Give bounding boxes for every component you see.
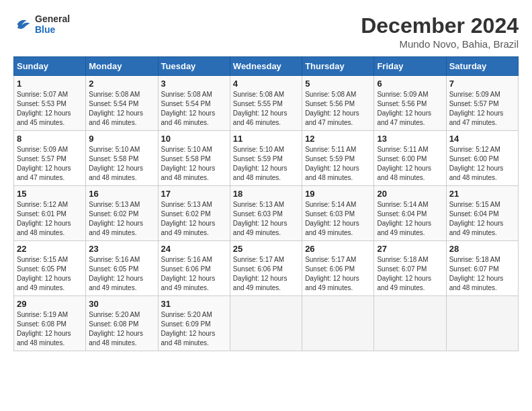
day-info: Sunrise: 5:15 AMSunset: 6:05 PMDaylight:…	[17, 255, 83, 293]
calendar-cell: 27 Sunrise: 5:18 AMSunset: 6:07 PMDaylig…	[374, 241, 446, 296]
calendar-cell	[230, 296, 302, 351]
calendar-cell: 8 Sunrise: 5:09 AMSunset: 5:57 PMDayligh…	[14, 131, 86, 186]
day-info: Sunrise: 5:14 AMSunset: 6:03 PMDaylight:…	[305, 200, 371, 238]
calendar-cell: 19 Sunrise: 5:14 AMSunset: 6:03 PMDaylig…	[302, 186, 374, 241]
day-info: Sunrise: 5:15 AMSunset: 6:04 PMDaylight:…	[449, 200, 515, 238]
calendar-cell: 13 Sunrise: 5:11 AMSunset: 6:00 PMDaylig…	[374, 131, 446, 186]
calendar-cell: 14 Sunrise: 5:12 AMSunset: 6:00 PMDaylig…	[446, 131, 518, 186]
day-number: 23	[89, 244, 154, 254]
calendar-cell: 5 Sunrise: 5:08 AMSunset: 5:56 PMDayligh…	[302, 76, 374, 131]
logo-text: General Blue	[35, 13, 70, 35]
day-info: Sunrise: 5:08 AMSunset: 5:56 PMDaylight:…	[305, 90, 371, 128]
calendar-week-1: 1 Sunrise: 5:07 AMSunset: 5:53 PMDayligh…	[14, 76, 519, 131]
calendar-cell: 2 Sunrise: 5:08 AMSunset: 5:54 PMDayligh…	[86, 76, 158, 131]
day-number: 25	[233, 244, 299, 254]
day-number: 21	[449, 189, 515, 199]
day-info: Sunrise: 5:18 AMSunset: 6:07 PMDaylight:…	[449, 255, 515, 293]
calendar-cell: 12 Sunrise: 5:11 AMSunset: 5:59 PMDaylig…	[302, 131, 374, 186]
month-title: December 2024	[361, 13, 519, 38]
calendar-cell: 7 Sunrise: 5:09 AMSunset: 5:57 PMDayligh…	[446, 76, 518, 131]
logo-general: General	[35, 13, 70, 24]
day-info: Sunrise: 5:16 AMSunset: 6:05 PMDaylight:…	[89, 255, 154, 293]
day-number: 30	[89, 299, 154, 309]
day-number: 4	[233, 79, 299, 89]
calendar-cell: 29 Sunrise: 5:19 AMSunset: 6:08 PMDaylig…	[14, 296, 86, 351]
calendar-cell	[374, 296, 446, 351]
calendar-table: SundayMondayTuesdayWednesdayThursdayFrid…	[13, 56, 519, 351]
day-info: Sunrise: 5:18 AMSunset: 6:07 PMDaylight:…	[377, 255, 443, 293]
weekday-header-tuesday: Tuesday	[158, 57, 230, 76]
day-info: Sunrise: 5:09 AMSunset: 5:57 PMDaylight:…	[17, 145, 83, 183]
day-number: 27	[377, 244, 443, 254]
logo-bird-icon	[13, 15, 32, 34]
day-info: Sunrise: 5:11 AMSunset: 6:00 PMDaylight:…	[377, 145, 443, 183]
logo: General Blue	[13, 13, 70, 35]
calendar-cell: 20 Sunrise: 5:14 AMSunset: 6:04 PMDaylig…	[374, 186, 446, 241]
day-number: 3	[161, 79, 227, 89]
calendar-cell: 15 Sunrise: 5:12 AMSunset: 6:01 PMDaylig…	[14, 186, 86, 241]
day-number: 14	[449, 134, 515, 144]
day-info: Sunrise: 5:13 AMSunset: 6:03 PMDaylight:…	[233, 200, 299, 238]
weekday-header-monday: Monday	[86, 57, 158, 76]
day-number: 5	[305, 79, 371, 89]
day-info: Sunrise: 5:08 AMSunset: 5:55 PMDaylight:…	[233, 90, 299, 128]
day-info: Sunrise: 5:09 AMSunset: 5:57 PMDaylight:…	[449, 90, 515, 128]
page-header: General Blue December 2024 Mundo Novo, B…	[13, 13, 519, 50]
day-info: Sunrise: 5:13 AMSunset: 6:02 PMDaylight:…	[89, 200, 154, 238]
calendar-cell: 22 Sunrise: 5:15 AMSunset: 6:05 PMDaylig…	[14, 241, 86, 296]
weekday-header-sunday: Sunday	[14, 57, 86, 76]
calendar-cell: 21 Sunrise: 5:15 AMSunset: 6:04 PMDaylig…	[446, 186, 518, 241]
day-number: 11	[233, 134, 299, 144]
day-number: 24	[161, 244, 227, 254]
calendar-cell: 18 Sunrise: 5:13 AMSunset: 6:03 PMDaylig…	[230, 186, 302, 241]
day-info: Sunrise: 5:07 AMSunset: 5:53 PMDaylight:…	[17, 90, 83, 128]
calendar-cell: 6 Sunrise: 5:09 AMSunset: 5:56 PMDayligh…	[374, 76, 446, 131]
day-number: 17	[161, 189, 227, 199]
day-info: Sunrise: 5:14 AMSunset: 6:04 PMDaylight:…	[377, 200, 443, 238]
day-info: Sunrise: 5:13 AMSunset: 6:02 PMDaylight:…	[161, 200, 227, 238]
calendar-cell: 3 Sunrise: 5:08 AMSunset: 5:54 PMDayligh…	[158, 76, 230, 131]
calendar-cell: 31 Sunrise: 5:20 AMSunset: 6:09 PMDaylig…	[158, 296, 230, 351]
calendar-cell: 9 Sunrise: 5:10 AMSunset: 5:58 PMDayligh…	[86, 131, 158, 186]
calendar-cell: 4 Sunrise: 5:08 AMSunset: 5:55 PMDayligh…	[230, 76, 302, 131]
calendar-week-5: 29 Sunrise: 5:19 AMSunset: 6:08 PMDaylig…	[14, 296, 519, 351]
day-number: 6	[377, 79, 443, 89]
weekday-header-friday: Friday	[374, 57, 446, 76]
day-info: Sunrise: 5:08 AMSunset: 5:54 PMDaylight:…	[89, 90, 154, 128]
day-number: 28	[449, 244, 515, 254]
day-number: 15	[17, 189, 83, 199]
day-info: Sunrise: 5:20 AMSunset: 6:09 PMDaylight:…	[161, 310, 227, 348]
weekday-header-row: SundayMondayTuesdayWednesdayThursdayFrid…	[14, 57, 519, 76]
day-info: Sunrise: 5:08 AMSunset: 5:54 PMDaylight:…	[161, 90, 227, 128]
day-info: Sunrise: 5:17 AMSunset: 6:06 PMDaylight:…	[305, 255, 371, 293]
day-number: 19	[305, 189, 371, 199]
calendar-cell: 30 Sunrise: 5:20 AMSunset: 6:08 PMDaylig…	[86, 296, 158, 351]
calendar-cell: 25 Sunrise: 5:17 AMSunset: 6:06 PMDaylig…	[230, 241, 302, 296]
day-number: 29	[17, 299, 83, 309]
day-number: 16	[89, 189, 154, 199]
day-number: 8	[17, 134, 83, 144]
weekday-header-saturday: Saturday	[446, 57, 518, 76]
day-info: Sunrise: 5:17 AMSunset: 6:06 PMDaylight:…	[233, 255, 299, 293]
day-info: Sunrise: 5:10 AMSunset: 5:59 PMDaylight:…	[233, 145, 299, 183]
day-number: 20	[377, 189, 443, 199]
calendar-cell: 24 Sunrise: 5:16 AMSunset: 6:06 PMDaylig…	[158, 241, 230, 296]
day-info: Sunrise: 5:20 AMSunset: 6:08 PMDaylight:…	[89, 310, 154, 348]
weekday-header-thursday: Thursday	[302, 57, 374, 76]
day-number: 13	[377, 134, 443, 144]
day-info: Sunrise: 5:10 AMSunset: 5:58 PMDaylight:…	[161, 145, 227, 183]
calendar-cell: 26 Sunrise: 5:17 AMSunset: 6:06 PMDaylig…	[302, 241, 374, 296]
day-number: 1	[17, 79, 83, 89]
day-info: Sunrise: 5:11 AMSunset: 5:59 PMDaylight:…	[305, 145, 371, 183]
day-info: Sunrise: 5:19 AMSunset: 6:08 PMDaylight:…	[17, 310, 83, 348]
day-number: 7	[449, 79, 515, 89]
calendar-cell: 10 Sunrise: 5:10 AMSunset: 5:58 PMDaylig…	[158, 131, 230, 186]
day-info: Sunrise: 5:10 AMSunset: 5:58 PMDaylight:…	[89, 145, 154, 183]
day-info: Sunrise: 5:16 AMSunset: 6:06 PMDaylight:…	[161, 255, 227, 293]
calendar-cell: 28 Sunrise: 5:18 AMSunset: 6:07 PMDaylig…	[446, 241, 518, 296]
day-info: Sunrise: 5:12 AMSunset: 6:01 PMDaylight:…	[17, 200, 83, 238]
day-number: 18	[233, 189, 299, 199]
calendar-week-3: 15 Sunrise: 5:12 AMSunset: 6:01 PMDaylig…	[14, 186, 519, 241]
calendar-week-4: 22 Sunrise: 5:15 AMSunset: 6:05 PMDaylig…	[14, 241, 519, 296]
day-number: 12	[305, 134, 371, 144]
